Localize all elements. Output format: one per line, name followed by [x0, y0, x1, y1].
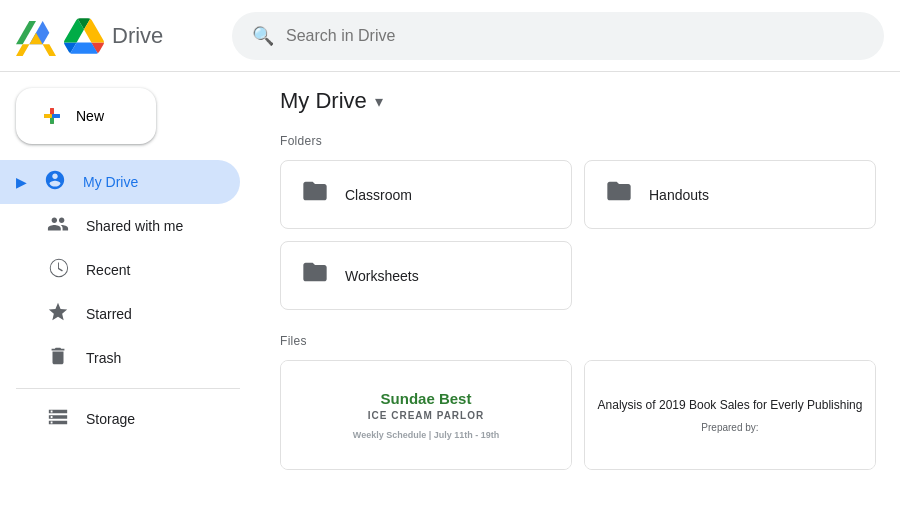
search-icon: 🔍 — [252, 25, 274, 47]
main-layout: New ▶ My Drive Shared with me Recent — [0, 72, 900, 511]
plus-icon — [40, 104, 64, 128]
folders-section-label: Folders — [280, 134, 876, 148]
expand-arrow-icon: ▶ — [16, 174, 27, 190]
app-title: Drive — [112, 23, 163, 49]
folder-name-classroom: Classroom — [345, 187, 412, 203]
file-card-sundae[interactable]: Sundae Best ICE CREAM PARLOR Weekly Sche… — [280, 360, 572, 470]
sidebar-item-trash[interactable]: Trash — [0, 336, 240, 380]
starred-icon — [46, 301, 70, 328]
files-section-label: Files — [280, 334, 876, 348]
drive-logo-icon — [16, 16, 56, 56]
sidebar-recent-label: Recent — [86, 262, 130, 278]
file-desc-sundae: Weekly Schedule | July 11th - 19th — [353, 429, 499, 442]
my-drive-icon — [43, 169, 67, 196]
sidebar-starred-label: Starred — [86, 306, 132, 322]
folders-grid: Classroom Handouts Worksheets — [280, 160, 876, 310]
sidebar: New ▶ My Drive Shared with me Recent — [0, 72, 256, 511]
trash-icon — [46, 345, 70, 372]
folder-icon-classroom — [301, 177, 329, 212]
file-preview-text-analysis: Analysis of 2019 Book Sales for Everly P… — [594, 392, 867, 439]
new-button[interactable]: New — [16, 88, 156, 144]
content-area: My Drive ▾ Folders Classroom Handouts — [256, 72, 900, 511]
file-preview-sundae: Sundae Best ICE CREAM PARLOR Weekly Sche… — [281, 361, 571, 469]
svg-rect-6 — [52, 114, 60, 118]
file-preview-text-sundae: Sundae Best ICE CREAM PARLOR Weekly Sche… — [353, 388, 499, 442]
sidebar-storage-label: Storage — [86, 411, 135, 427]
sidebar-my-drive-label: My Drive — [83, 174, 138, 190]
sidebar-item-starred[interactable]: Starred — [0, 292, 240, 336]
file-preview-analysis: Analysis of 2019 Book Sales for Everly P… — [585, 361, 875, 469]
search-input[interactable] — [286, 27, 864, 45]
folder-name-worksheets: Worksheets — [345, 268, 419, 284]
sidebar-item-storage[interactable]: Storage — [0, 397, 240, 441]
sidebar-divider — [16, 388, 240, 389]
storage-icon — [46, 406, 70, 433]
plus-multicolor-icon — [40, 104, 64, 128]
folder-card-classroom[interactable]: Classroom — [280, 160, 572, 229]
folder-icon-handouts — [605, 177, 633, 212]
folders-section: Folders Classroom Handouts — [280, 134, 876, 310]
sidebar-shared-label: Shared with me — [86, 218, 183, 234]
svg-rect-5 — [44, 114, 52, 118]
new-button-label: New — [76, 108, 104, 124]
files-section: Files Sundae Best ICE CREAM PARLOR Weekl… — [280, 334, 876, 470]
file-subtitle-sundae: ICE CREAM PARLOR — [353, 409, 499, 423]
sidebar-trash-label: Trash — [86, 350, 121, 366]
folder-icon-worksheets — [301, 258, 329, 293]
file-card-analysis[interactable]: Analysis of 2019 Book Sales for Everly P… — [584, 360, 876, 470]
file-title-analysis: Analysis of 2019 Book Sales for Everly P… — [598, 396, 863, 414]
files-grid: Sundae Best ICE CREAM PARLOR Weekly Sche… — [280, 360, 876, 470]
sidebar-item-my-drive[interactable]: ▶ My Drive — [0, 160, 240, 204]
folder-card-handouts[interactable]: Handouts — [584, 160, 876, 229]
search-bar[interactable]: 🔍 — [232, 12, 884, 60]
google-drive-icon — [64, 16, 104, 56]
page-title: My Drive — [280, 88, 367, 114]
content-title-area: My Drive ▾ — [280, 88, 876, 114]
sidebar-item-shared[interactable]: Shared with me — [0, 204, 240, 248]
file-title-sundae: Sundae Best — [353, 388, 499, 409]
recent-icon — [46, 257, 70, 284]
shared-icon — [46, 213, 70, 240]
logo-area: Drive — [16, 16, 216, 56]
folder-card-worksheets[interactable]: Worksheets — [280, 241, 572, 310]
sidebar-item-recent[interactable]: Recent — [0, 248, 240, 292]
folder-name-handouts: Handouts — [649, 187, 709, 203]
title-dropdown-icon[interactable]: ▾ — [375, 92, 383, 111]
header: Drive 🔍 — [0, 0, 900, 72]
file-subtitle-analysis: Prepared by: — [598, 420, 863, 435]
